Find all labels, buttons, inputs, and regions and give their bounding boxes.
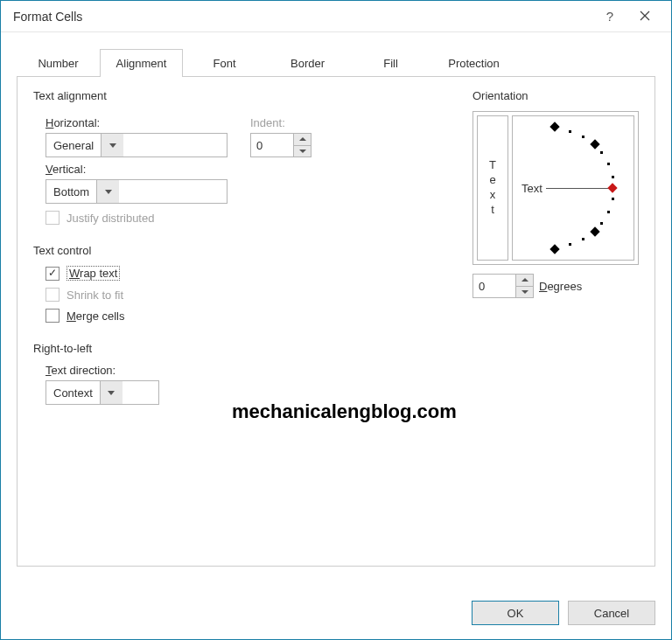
text-direction-value: Context <box>46 381 100 404</box>
group-text-control: Text control <box>33 244 472 257</box>
horizontal-combo[interactable]: General <box>46 133 228 157</box>
ok-button[interactable]: OK <box>472 601 559 625</box>
group-text-alignment: Text alignment <box>33 89 472 102</box>
chevron-down-icon <box>100 381 122 404</box>
vertical-label: Vertical: <box>46 163 228 176</box>
chevron-down-icon <box>101 134 123 157</box>
tab-fill[interactable]: Fill <box>349 49 432 77</box>
justify-distributed-checkbox: Justify distributed <box>46 211 472 225</box>
checkbox-icon <box>46 211 60 225</box>
vertical-value: Bottom <box>46 180 96 203</box>
orientation-control[interactable]: Text Text <box>472 111 639 265</box>
degrees-spinner[interactable]: 0 <box>472 274 534 298</box>
alignment-pane: Text alignment Horizontal: General Verti… <box>17 77 655 567</box>
orientation-dial[interactable]: Text <box>512 115 634 261</box>
diamond-icon <box>550 244 559 254</box>
degrees-value: 0 <box>473 275 515 297</box>
cancel-button[interactable]: Cancel <box>568 601 655 625</box>
dialog-title: Format Cells <box>13 10 592 24</box>
close-icon <box>640 10 650 21</box>
indent-value: 0 <box>251 134 293 157</box>
tab-border[interactable]: Border <box>266 49 349 77</box>
degrees-label: Degrees <box>539 280 582 293</box>
spinner-down-icon[interactable] <box>294 146 311 157</box>
tab-protection[interactable]: Protection <box>432 49 515 77</box>
horizontal-label: Horizontal: <box>46 116 228 129</box>
merge-cells-checkbox[interactable]: Merge cells <box>46 309 472 323</box>
diamond-icon <box>550 122 559 131</box>
tab-number[interactable]: Number <box>17 49 100 77</box>
text-direction-label: Text direction: <box>46 364 472 377</box>
help-button[interactable]: ? <box>592 9 627 24</box>
orientation-line <box>546 188 612 189</box>
diamond-icon <box>590 139 599 149</box>
tabs: Number Alignment Font Border Fill Protec… <box>17 48 655 77</box>
orientation-vertical-text[interactable]: Text <box>477 115 508 261</box>
chevron-down-icon <box>96 180 119 203</box>
indent-label: Indent: <box>250 116 312 129</box>
checkbox-icon: ✓ <box>46 267 60 281</box>
titlebar: Format Cells ? <box>1 1 671 32</box>
dialog-footer: OK Cancel <box>472 601 655 625</box>
orientation-handle-icon <box>607 183 617 192</box>
horizontal-value: General <box>46 134 101 157</box>
text-direction-combo[interactable]: Context <box>46 380 159 405</box>
tab-font[interactable]: Font <box>183 49 266 77</box>
shrink-to-fit-checkbox: Shrink to fit <box>46 288 472 302</box>
spinner-up-icon[interactable] <box>294 134 311 146</box>
close-button[interactable] <box>627 9 662 24</box>
vertical-combo[interactable]: Bottom <box>46 179 228 204</box>
group-rtl: Right-to-left <box>33 342 472 355</box>
checkbox-icon <box>46 309 60 323</box>
spinner-down-icon[interactable] <box>516 287 533 298</box>
wrap-text-checkbox[interactable]: ✓ Wrap text <box>46 266 472 281</box>
checkbox-icon <box>46 288 60 302</box>
spinner-up-icon[interactable] <box>516 275 533 287</box>
indent-spinner[interactable]: 0 <box>250 133 312 157</box>
watermark-text: mechanicalengblog.com <box>232 400 457 423</box>
group-orientation: Orientation <box>472 89 639 102</box>
tab-alignment[interactable]: Alignment <box>100 49 183 77</box>
diamond-icon <box>590 226 599 236</box>
